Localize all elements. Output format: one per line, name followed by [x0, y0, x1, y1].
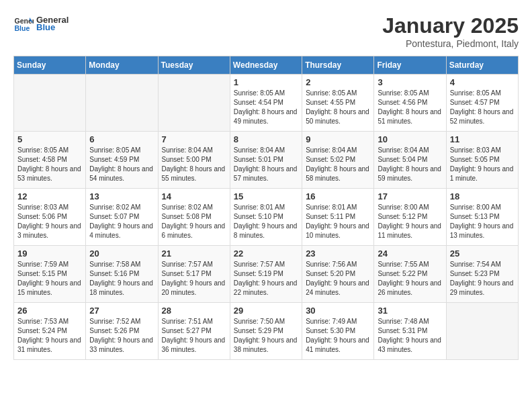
calendar-cell [14, 75, 86, 132]
calendar-table: SundayMondayTuesdayWednesdayThursdayFrid… [13, 56, 519, 360]
calendar-cell [158, 75, 230, 132]
day-info: Sunrise: 8:04 AM Sunset: 5:02 PM Dayligh… [306, 146, 370, 183]
day-number: 17 [378, 191, 442, 201]
day-info: Sunrise: 7:50 AM Sunset: 5:29 PM Dayligh… [234, 317, 298, 355]
day-number: 14 [162, 191, 226, 201]
day-number: 3 [378, 77, 442, 87]
day-number: 31 [378, 306, 442, 316]
calendar-cell: 7Sunrise: 8:04 AM Sunset: 5:00 PM Daylig… [158, 132, 230, 189]
day-number: 26 [17, 306, 82, 316]
day-number: 8 [234, 134, 298, 144]
day-info: Sunrise: 8:05 AM Sunset: 4:54 PM Dayligh… [234, 89, 298, 126]
calendar-cell: 30Sunrise: 7:49 AM Sunset: 5:30 PM Dayli… [302, 303, 374, 360]
day-number: 19 [17, 248, 82, 259]
calendar-header-row: SundayMondayTuesdayWednesdayThursdayFrid… [14, 56, 519, 75]
day-info: Sunrise: 8:03 AM Sunset: 5:06 PM Dayligh… [17, 203, 82, 240]
day-number: 22 [234, 248, 298, 259]
day-info: Sunrise: 7:58 AM Sunset: 5:16 PM Dayligh… [89, 260, 154, 298]
day-info: Sunrise: 7:55 AM Sunset: 5:22 PM Dayligh… [378, 260, 442, 298]
day-info: Sunrise: 8:01 AM Sunset: 5:10 PM Dayligh… [234, 203, 298, 240]
calendar-cell [446, 303, 518, 360]
day-number: 16 [306, 191, 370, 201]
day-header-friday: Friday [374, 56, 446, 75]
day-info: Sunrise: 8:05 AM Sunset: 4:56 PM Dayligh… [378, 89, 442, 126]
day-header-sunday: Sunday [14, 56, 86, 75]
calendar-cell: 8Sunrise: 8:04 AM Sunset: 5:01 PM Daylig… [230, 132, 302, 189]
page-header: General Blue General Blue January 2025 P… [13, 13, 519, 49]
day-info: Sunrise: 7:54 AM Sunset: 5:23 PM Dayligh… [450, 260, 515, 298]
day-header-tuesday: Tuesday [158, 56, 230, 75]
day-info: Sunrise: 8:04 AM Sunset: 5:00 PM Dayligh… [162, 146, 226, 183]
day-number: 12 [17, 191, 82, 201]
calendar-week-row: 12Sunrise: 8:03 AM Sunset: 5:06 PM Dayli… [14, 189, 519, 246]
calendar-cell: 18Sunrise: 8:00 AM Sunset: 5:13 PM Dayli… [446, 189, 518, 246]
day-number: 9 [306, 134, 370, 144]
day-number: 5 [17, 134, 82, 144]
calendar-cell: 21Sunrise: 7:57 AM Sunset: 5:17 PM Dayli… [158, 246, 230, 303]
calendar-cell [86, 75, 158, 132]
title-block: January 2025 Pontestura, Piedmont, Italy [382, 13, 519, 49]
calendar-cell: 25Sunrise: 7:54 AM Sunset: 5:23 PM Dayli… [446, 246, 518, 303]
calendar-cell: 24Sunrise: 7:55 AM Sunset: 5:22 PM Dayli… [374, 246, 446, 303]
day-number: 1 [234, 77, 298, 87]
day-info: Sunrise: 8:00 AM Sunset: 5:13 PM Dayligh… [450, 203, 515, 240]
calendar-week-row: 1Sunrise: 8:05 AM Sunset: 4:54 PM Daylig… [14, 75, 519, 132]
calendar-cell: 2Sunrise: 8:05 AM Sunset: 4:55 PM Daylig… [302, 75, 374, 132]
day-number: 20 [89, 248, 154, 259]
day-number: 4 [450, 77, 515, 87]
day-header-thursday: Thursday [302, 56, 374, 75]
day-info: Sunrise: 8:05 AM Sunset: 4:58 PM Dayligh… [17, 146, 82, 183]
day-info: Sunrise: 8:05 AM Sunset: 4:57 PM Dayligh… [450, 89, 515, 126]
calendar-cell: 16Sunrise: 8:01 AM Sunset: 5:11 PM Dayli… [302, 189, 374, 246]
day-number: 29 [234, 306, 298, 316]
calendar-cell: 17Sunrise: 8:00 AM Sunset: 5:12 PM Dayli… [374, 189, 446, 246]
calendar-cell: 28Sunrise: 7:51 AM Sunset: 5:27 PM Dayli… [158, 303, 230, 360]
location: Pontestura, Piedmont, Italy [382, 38, 519, 49]
calendar-week-row: 5Sunrise: 8:05 AM Sunset: 4:58 PM Daylig… [14, 132, 519, 189]
month-title: January 2025 [382, 13, 519, 38]
calendar-cell: 20Sunrise: 7:58 AM Sunset: 5:16 PM Dayli… [86, 246, 158, 303]
calendar-cell: 13Sunrise: 8:02 AM Sunset: 5:07 PM Dayli… [86, 189, 158, 246]
calendar-cell: 15Sunrise: 8:01 AM Sunset: 5:10 PM Dayli… [230, 189, 302, 246]
day-header-saturday: Saturday [446, 56, 518, 75]
day-info: Sunrise: 7:56 AM Sunset: 5:20 PM Dayligh… [306, 260, 370, 298]
day-number: 2 [306, 77, 370, 87]
calendar-cell: 4Sunrise: 8:05 AM Sunset: 4:57 PM Daylig… [446, 75, 518, 132]
day-info: Sunrise: 7:57 AM Sunset: 5:19 PM Dayligh… [234, 260, 298, 298]
day-number: 6 [89, 134, 154, 144]
day-number: 10 [378, 134, 442, 144]
day-info: Sunrise: 8:01 AM Sunset: 5:11 PM Dayligh… [306, 203, 370, 240]
day-info: Sunrise: 7:57 AM Sunset: 5:17 PM Dayligh… [162, 260, 226, 298]
calendar-cell: 5Sunrise: 8:05 AM Sunset: 4:58 PM Daylig… [14, 132, 86, 189]
day-number: 21 [162, 248, 226, 259]
calendar-cell: 19Sunrise: 7:59 AM Sunset: 5:15 PM Dayli… [14, 246, 86, 303]
day-info: Sunrise: 7:49 AM Sunset: 5:30 PM Dayligh… [306, 317, 370, 355]
calendar-cell: 1Sunrise: 8:05 AM Sunset: 4:54 PM Daylig… [230, 75, 302, 132]
calendar-cell: 10Sunrise: 8:04 AM Sunset: 5:04 PM Dayli… [374, 132, 446, 189]
calendar-cell: 29Sunrise: 7:50 AM Sunset: 5:29 PM Dayli… [230, 303, 302, 360]
calendar-cell: 11Sunrise: 8:03 AM Sunset: 5:05 PM Dayli… [446, 132, 518, 189]
day-info: Sunrise: 8:04 AM Sunset: 5:01 PM Dayligh… [234, 146, 298, 183]
day-info: Sunrise: 7:53 AM Sunset: 5:24 PM Dayligh… [17, 317, 82, 355]
day-info: Sunrise: 8:03 AM Sunset: 5:05 PM Dayligh… [450, 146, 515, 183]
day-info: Sunrise: 8:04 AM Sunset: 5:04 PM Dayligh… [378, 146, 442, 183]
day-number: 23 [306, 248, 370, 259]
day-info: Sunrise: 7:52 AM Sunset: 5:26 PM Dayligh… [89, 317, 154, 355]
day-info: Sunrise: 7:48 AM Sunset: 5:31 PM Dayligh… [378, 317, 442, 355]
day-info: Sunrise: 8:05 AM Sunset: 4:55 PM Dayligh… [306, 89, 370, 126]
calendar-cell: 3Sunrise: 8:05 AM Sunset: 4:56 PM Daylig… [374, 75, 446, 132]
day-number: 24 [378, 248, 442, 259]
day-number: 30 [306, 306, 370, 316]
day-info: Sunrise: 8:05 AM Sunset: 4:59 PM Dayligh… [89, 146, 154, 183]
calendar-cell: 12Sunrise: 8:03 AM Sunset: 5:06 PM Dayli… [14, 189, 86, 246]
day-info: Sunrise: 8:00 AM Sunset: 5:12 PM Dayligh… [378, 203, 442, 240]
day-number: 15 [234, 191, 298, 201]
day-number: 27 [89, 306, 154, 316]
day-number: 13 [89, 191, 154, 201]
day-info: Sunrise: 8:02 AM Sunset: 5:07 PM Dayligh… [89, 203, 154, 240]
calendar-cell: 23Sunrise: 7:56 AM Sunset: 5:20 PM Dayli… [302, 246, 374, 303]
day-header-monday: Monday [86, 56, 158, 75]
logo: General Blue General Blue [13, 13, 69, 34]
day-number: 18 [450, 191, 515, 201]
calendar-cell: 27Sunrise: 7:52 AM Sunset: 5:26 PM Dayli… [86, 303, 158, 360]
